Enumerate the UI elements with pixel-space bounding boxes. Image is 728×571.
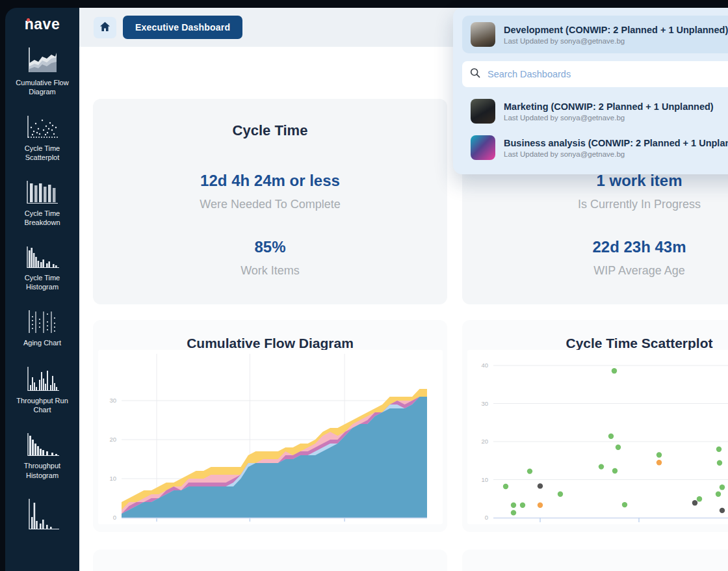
cycle-time-percentile: 85% bbox=[93, 238, 447, 258]
dashboard-option-subtitle: Last Updated by sonya@getnave.bg bbox=[504, 150, 728, 158]
cycle-time-scatterplot-chart: 010203040 bbox=[467, 350, 728, 527]
dashboard-option-title: Marketing (CONWIP: 2 Planned + 1 Unplann… bbox=[504, 101, 714, 112]
search-dashboards-box bbox=[462, 61, 728, 87]
run-chart-icon bbox=[24, 365, 60, 392]
sidebar-item-throughput-run-chart[interactable]: Throughput Run Chart bbox=[9, 365, 75, 415]
dashboard-option-business-analysis[interactable]: Business analysis (CONWIP: 2 Planned + 1… bbox=[462, 130, 728, 165]
app-root: { "brand": {"logo_text": "nave", "logo_d… bbox=[0, 0, 728, 571]
sidebar-item-aging-chart[interactable]: Aging Chart bbox=[9, 309, 75, 347]
avatar bbox=[471, 135, 495, 160]
throughput-histogram-icon bbox=[24, 432, 60, 457]
dashboard-option-subtitle: Last Updated by sonya@getnave.bg bbox=[504, 37, 728, 45]
sidebar-item-label: Cumulative Flow Diagram bbox=[9, 78, 75, 97]
home-button[interactable] bbox=[94, 17, 116, 38]
sidebar-item-label: Aging Chart bbox=[9, 338, 75, 347]
cycle-time-metric-label: Were Needed To Complete bbox=[93, 198, 447, 213]
chart-title: Cumulative Flow Diagram bbox=[93, 320, 447, 351]
cycle-time-card: Cycle Time 12d 4h 24m or less Were Neede… bbox=[93, 99, 447, 304]
partial-histogram-icon bbox=[24, 498, 60, 530]
svg-text:0: 0 bbox=[113, 514, 116, 521]
svg-text:0: 0 bbox=[485, 514, 488, 521]
scatterplot-card: Cycle Time Scatterplot 010203040 bbox=[462, 320, 728, 532]
card-title: Cycle Time bbox=[93, 122, 447, 139]
sidebar-item-throughput-histogram[interactable]: Throughput Histogram bbox=[9, 432, 75, 480]
sidebar-item-label: Throughput Histogram bbox=[9, 461, 75, 480]
nave-logo: nave bbox=[25, 16, 60, 33]
dashboard-options-list: Marketing (CONWIP: 2 Planned + 1 Unplann… bbox=[462, 94, 728, 165]
sidebar-item-label: Cycle Time Scatterplot bbox=[9, 144, 75, 163]
cycle-time-percentile-label: Work Items bbox=[93, 264, 447, 280]
wip-count-metric: 1 work item bbox=[462, 172, 728, 191]
dashboard-option-development-selected[interactable]: Development (CONWIP: 2 Planned + 1 Unpla… bbox=[462, 16, 728, 53]
scatterplot-icon bbox=[24, 114, 60, 139]
dashboard-option-texts: Marketing (CONWIP: 2 Planned + 1 Unplann… bbox=[504, 101, 714, 122]
cumulative-flow-icon bbox=[24, 46, 60, 73]
chart-title: Cycle Time Histogram bbox=[462, 550, 728, 571]
breakdown-icon bbox=[24, 179, 60, 204]
aging-chart-icon bbox=[24, 309, 60, 334]
cumulative-flow-card: Cumulative Flow Diagram 0102030 bbox=[93, 320, 447, 532]
search-icon bbox=[470, 68, 480, 81]
sidebar-item-label: Cycle Time Histogram bbox=[9, 273, 75, 292]
histogram-card-clipped: Cycle Time Histogram bbox=[462, 550, 728, 571]
avatar bbox=[471, 99, 495, 124]
sidebar-item-cumulative-flow[interactable]: Cumulative Flow Diagram bbox=[9, 46, 75, 97]
sidebar-item-label: Throughput Run Chart bbox=[9, 396, 75, 415]
avatar bbox=[471, 22, 495, 47]
chart-title: Cycle Time Scatterplot bbox=[462, 320, 728, 351]
dashboard-option-marketing[interactable]: Marketing (CONWIP: 2 Planned + 1 Unplann… bbox=[462, 94, 728, 129]
dashboard-option-title: Business analysis (CONWIP: 2 Planned + 1… bbox=[504, 138, 728, 148]
svg-text:40: 40 bbox=[481, 362, 488, 369]
sidebar: nave Cumulative Flow Diagram bbox=[5, 8, 79, 571]
dashboard-option-texts: Business analysis (CONWIP: 2 Planned + 1… bbox=[504, 138, 728, 158]
dashboard-option-subtitle: Last Updated by sonya@getnave.bg bbox=[504, 114, 714, 122]
wip-age-metric: 22d 23h 43m bbox=[462, 238, 728, 258]
sidebar-item-label: Cycle Time Breakdown bbox=[9, 209, 75, 228]
dashboard-option-texts: Development (CONWIP: 2 Planned + 1 Unpla… bbox=[504, 25, 728, 45]
svg-text:20: 20 bbox=[109, 436, 116, 443]
svg-text:30: 30 bbox=[481, 400, 488, 407]
sidebar-nav: Cumulative Flow Diagram Cycle bbox=[9, 46, 75, 530]
dashboard-option-title: Development (CONWIP: 2 Planned + 1 Unpla… bbox=[504, 25, 728, 35]
svg-text:10: 10 bbox=[109, 475, 116, 482]
dashboard-switcher-dropdown: Development (CONWIP: 2 Planned + 1 Unpla… bbox=[453, 8, 728, 174]
sidebar-item-cycle-time-breakdown[interactable]: Cycle Time Breakdown bbox=[9, 179, 75, 228]
sidebar-item-partial[interactable] bbox=[24, 498, 60, 530]
svg-text:10: 10 bbox=[481, 476, 488, 483]
sidebar-item-cycle-time-histogram[interactable]: Cycle Time Histogram bbox=[9, 245, 75, 292]
cumulative-flow-chart: 0102030 bbox=[98, 350, 443, 527]
svg-text:20: 20 bbox=[481, 438, 488, 445]
home-icon bbox=[99, 21, 110, 34]
cycle-time-metric: 12d 4h 24m or less bbox=[93, 172, 447, 191]
svg-text:30: 30 bbox=[109, 397, 116, 404]
logo-dot-icon bbox=[27, 18, 30, 21]
breadcrumb-executive-dashboard[interactable]: Executive Dashboard bbox=[123, 16, 242, 39]
wip-count-label: Is Currently In Progress bbox=[462, 198, 728, 213]
breakdown-card-clipped: Cycle Time Breakdown bbox=[93, 550, 447, 571]
sidebar-item-cycle-time-scatterplot[interactable]: Cycle Time Scatterplot bbox=[9, 114, 75, 163]
search-dashboards-input[interactable] bbox=[486, 68, 728, 80]
wip-age-label: WIP Average Age bbox=[462, 264, 728, 280]
chart-title: Cycle Time Breakdown bbox=[93, 550, 447, 571]
cycle-histogram-icon bbox=[24, 245, 60, 269]
